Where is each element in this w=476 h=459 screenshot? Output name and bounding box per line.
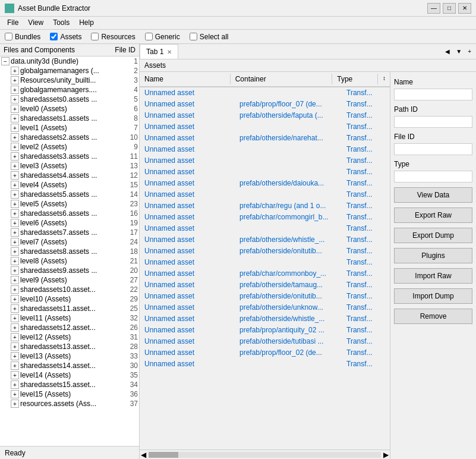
tree-child-expand-icon[interactable]: + (11, 114, 19, 122)
tree-item[interactable]: + level12 (Assets) 31 (0, 332, 139, 342)
hscroll-left-arrow[interactable]: ◀ (140, 451, 147, 459)
tree-child-expand-icon[interactable]: + (11, 304, 19, 313)
minimize-button[interactable]: — (427, 3, 440, 14)
table-row[interactable]: Unnamed asset Transf... (140, 87, 390, 99)
table-row[interactable]: Unnamed asset Transf... (140, 144, 390, 155)
tree-item[interactable]: + level11 (Assets) 32 (0, 313, 139, 323)
tree-item[interactable]: + level0 (Assets) 6 (0, 104, 139, 114)
tree-child-expand-icon[interactable]: + (11, 238, 19, 246)
table-row[interactable]: Unnamed asset Transf... (140, 155, 390, 166)
tree-child-expand-icon[interactable]: + (11, 219, 19, 227)
tree-item[interactable]: + Resources/unity_builti... 3 (0, 76, 139, 85)
bundles-checkbox[interactable] (5, 33, 12, 40)
tree-item[interactable]: + resources.assets (Ass... 37 (0, 399, 139, 408)
tree-child-expand-icon[interactable]: + (11, 95, 19, 103)
hscroll-right-arrow[interactable]: ▶ (382, 451, 390, 459)
pathid-prop-input[interactable] (394, 116, 472, 128)
tree-child-expand-icon[interactable]: + (11, 390, 19, 398)
col-header-container[interactable]: Container (231, 74, 333, 84)
tree-item[interactable]: + sharedassets10.asset... 22 (0, 285, 139, 294)
tree-item[interactable]: + level7 (Assets) 24 (0, 237, 139, 247)
name-prop-input[interactable] (394, 89, 472, 100)
table-row[interactable]: Unnamed asset prefab/otherside/whistle_.… (140, 234, 390, 246)
tree-item[interactable]: + sharedassets8.assets ... 18 (0, 247, 139, 256)
table-row[interactable]: Unnamed asset prefab/otherside/onitutib.… (140, 246, 390, 257)
tree-item[interactable]: + sharedassets4.assets ... 12 (0, 171, 139, 180)
tree-item[interactable]: + sharedassets1.assets ... 8 (0, 114, 139, 123)
tree-child-expand-icon[interactable]: + (11, 285, 19, 294)
select-all-checkbox[interactable] (190, 33, 197, 40)
table-body[interactable]: Unnamed asset Transf... Unnamed asset pr… (140, 87, 390, 449)
export-raw-button[interactable]: Export Raw (394, 208, 472, 223)
tree-child-expand-icon[interactable]: + (11, 400, 19, 408)
tab-scroll-left[interactable]: ◀ (443, 47, 452, 56)
table-row[interactable]: Unnamed asset prefab/otherside/onitutib.… (140, 291, 390, 302)
tree-child-expand-icon[interactable]: + (11, 381, 19, 389)
tree-item[interactable]: + sharedassets2.assets ... 10 (0, 133, 139, 142)
tree-item[interactable]: + level3 (Assets) 13 (0, 161, 139, 171)
tree-child-expand-icon[interactable]: + (11, 76, 19, 84)
table-row[interactable]: Unnamed asset prefab/prop/antiquity_02 .… (140, 325, 390, 336)
table-row[interactable]: Unnamed asset Transf... (140, 223, 390, 234)
tree-item[interactable]: + level10 (Assets) 29 (0, 294, 139, 304)
table-row[interactable]: Unnamed asset prefab/char/regu (and 1 o.… (140, 200, 390, 212)
tree-child-expand-icon[interactable]: + (11, 247, 19, 256)
tree-item[interactable]: + level15 (Assets) 36 (0, 389, 139, 399)
tree-item[interactable]: + sharedassets15.asset... 34 (0, 380, 139, 389)
table-row[interactable]: Unnamed asset prefab/otherside/whistle_.… (140, 313, 390, 325)
remove-button[interactable]: Remove (394, 309, 472, 324)
table-row[interactable]: Unnamed asset prefab/char/commongirl_b..… (140, 212, 390, 223)
tree-expand-icon[interactable]: − (1, 57, 10, 65)
table-row[interactable]: Unnamed asset prefab/char/commonboy_... … (140, 268, 390, 279)
tree-item[interactable]: + sharedassets5.assets ... 14 (0, 190, 139, 199)
tree-child-expand-icon[interactable]: + (11, 200, 19, 208)
tree-child-expand-icon[interactable]: + (11, 143, 19, 151)
table-row[interactable]: Unnamed asset prefab/prop/floor_07 (de..… (140, 99, 390, 110)
view-data-button[interactable]: View Data (394, 187, 472, 203)
tree-item[interactable]: + globalgamemanagers.... 4 (0, 85, 139, 95)
close-button[interactable]: ✕ (458, 3, 471, 14)
tree-child-expand-icon[interactable]: + (11, 86, 19, 94)
tree-item[interactable]: + sharedassets13.asset... 28 (0, 342, 139, 351)
select-all-checkbox-label[interactable]: Select all (190, 33, 229, 41)
tree-child-expand-icon[interactable]: + (11, 105, 19, 113)
tree-item[interactable]: + level1 (Assets) 7 (0, 123, 139, 133)
hscroll-track[interactable] (149, 452, 381, 458)
tree-item[interactable]: + sharedassets7.assets ... 17 (0, 228, 139, 237)
tree-child-expand-icon[interactable]: + (11, 314, 19, 322)
tree-child-expand-icon[interactable]: + (11, 333, 19, 341)
tab-scroll-right[interactable]: + (465, 47, 474, 56)
tree-child-expand-icon[interactable]: + (11, 181, 19, 189)
col-header-name[interactable]: Name (140, 74, 231, 84)
col-header-type[interactable]: Type (332, 74, 378, 84)
tree-child-expand-icon[interactable]: + (11, 209, 19, 218)
tree-item[interactable]: + sharedassets12.asset... 26 (0, 323, 139, 332)
horizontal-scrollbar[interactable]: ◀ ▶ (140, 449, 390, 459)
table-row[interactable]: Unnamed asset Transf... (140, 359, 390, 370)
assets-checkbox[interactable] (50, 33, 58, 40)
tree-child-expand-icon[interactable]: + (11, 276, 19, 284)
tree-child-expand-icon[interactable]: + (11, 295, 19, 303)
table-row[interactable]: Unnamed asset prefab/otherside/daiouka..… (140, 178, 390, 189)
tree-item[interactable]: + level5 (Assets) 23 (0, 199, 139, 209)
tab-close-icon[interactable]: ✕ (167, 49, 172, 55)
tree-item[interactable]: + level14 (Assets) 35 (0, 370, 139, 380)
tree-child-expand-icon[interactable]: + (11, 342, 19, 351)
export-dump-button[interactable]: Export Dump (394, 228, 472, 243)
tree-root[interactable]: − data.unity3d (Bundle) 1 (0, 56, 139, 66)
resources-checkbox-label[interactable]: Resources (91, 33, 135, 41)
tree-item[interactable]: + level13 (Assets) 33 (0, 351, 139, 361)
tree-child-expand-icon[interactable]: + (11, 352, 19, 360)
generic-checkbox[interactable] (145, 33, 153, 40)
tree-item[interactable]: + sharedassets14.asset... 30 (0, 361, 139, 370)
tree-item[interactable]: + level9 (Assets) 27 (0, 275, 139, 285)
tree-item[interactable]: + level6 (Assets) 19 (0, 218, 139, 228)
table-row[interactable]: Unnamed asset prefab/otherside/unknow...… (140, 302, 390, 313)
tree-child-expand-icon[interactable]: + (11, 228, 19, 237)
menu-view[interactable]: View (23, 18, 48, 28)
menu-file[interactable]: File (2, 18, 23, 28)
tree-child-expand-icon[interactable]: + (11, 361, 19, 370)
tab-add-button[interactable]: ▼ (453, 47, 464, 56)
table-row[interactable]: Unnamed asset prefab/prop/floor_02 (de..… (140, 347, 390, 359)
fileid-prop-input[interactable] (394, 143, 472, 155)
